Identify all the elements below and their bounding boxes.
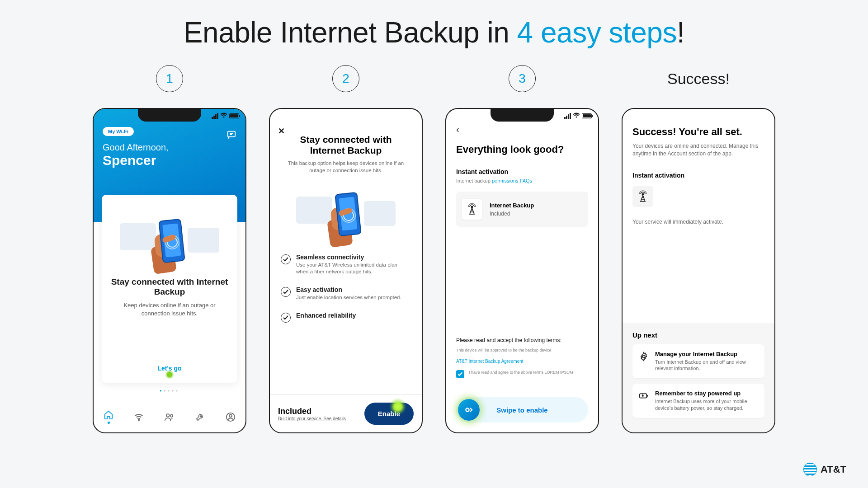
tab-people[interactable] xyxy=(164,412,175,422)
close-button[interactable]: ✕ xyxy=(278,126,285,136)
faq-pre: Internet backup xyxy=(456,178,492,183)
check-icon xyxy=(458,372,463,376)
tab-home[interactable] xyxy=(104,410,113,424)
swipe-knob[interactable] xyxy=(458,399,480,421)
svg-point-2 xyxy=(166,414,169,417)
terms-heading: Please read and accept the following ter… xyxy=(456,337,588,343)
phone-notch xyxy=(491,109,554,122)
terms-body: This device will be approved to be the b… xyxy=(456,348,588,352)
see-details-pre: Built into your service. xyxy=(278,416,324,421)
swipe-to-enable[interactable]: Swipe to enable xyxy=(456,397,588,422)
instant-activation-heading: Instant activation xyxy=(632,172,764,179)
activation-note: Your service will immediately activate. xyxy=(632,219,764,225)
svg-rect-0 xyxy=(228,131,236,137)
up-next-section: Up next Manage your Internet BackupTurn … xyxy=(623,323,774,432)
back-button[interactable]: ‹ xyxy=(456,124,588,135)
screen2-title-line2: Internet Backup xyxy=(279,145,413,156)
screen4-subtitle: Your devices are online and connected. M… xyxy=(632,142,764,158)
instant-activation-heading: Instant activation xyxy=(456,168,588,175)
features-list: Seamless connectivityUse your AT&T Wirel… xyxy=(279,249,413,329)
svg-point-5 xyxy=(229,414,232,417)
promo-card-title: Stay connected with Internet Backup xyxy=(110,277,229,297)
screen2-footer: Included Built into your service. See de… xyxy=(270,394,422,432)
step-3-badge: 3 xyxy=(509,65,536,92)
chat-icon[interactable] xyxy=(226,130,236,141)
headline-accent: 4 easy steps xyxy=(517,16,677,49)
agreement-link[interactable]: AT&T Internet Backup Agreement xyxy=(456,359,588,364)
accept-terms-row[interactable]: I have read and agree to the above terms… xyxy=(456,370,588,378)
headline-pre: Enable Internet Backup in xyxy=(184,16,517,49)
feature-3: Enhanced reliability xyxy=(279,307,413,329)
greeting-text: Good Afternoon, xyxy=(103,142,236,153)
tab-bar xyxy=(94,401,245,432)
backup-box-title: Internet Backup xyxy=(490,202,534,209)
att-globe-icon xyxy=(803,463,817,476)
see-details-link[interactable]: Built into your service. See details xyxy=(278,416,346,421)
svg-point-9 xyxy=(642,355,645,358)
lets-go-link[interactable]: Let's go xyxy=(110,365,229,377)
wifi-tab-icon xyxy=(134,412,144,422)
step-3-column: 3 ‹ Everything look good? Instant activa… xyxy=(445,65,599,433)
svg-point-3 xyxy=(170,414,173,417)
people-icon xyxy=(164,412,175,422)
wifi-icon xyxy=(573,112,580,120)
feature-3-title: Enhanced reliability xyxy=(296,312,356,319)
screen3-title: Everything look good? xyxy=(456,144,588,155)
att-brand: AT&T xyxy=(803,463,846,476)
check-circle-icon xyxy=(281,254,291,264)
steps-row: 1 My Wi-Fi Good Afternoon, Spencer S xyxy=(0,65,868,433)
feature-1: Seamless connectivityUse your AT&T Wirel… xyxy=(279,249,413,282)
step-2-column: 2 ✕ Stay connected with Internet Backup … xyxy=(269,65,423,433)
signal-icon xyxy=(212,113,218,119)
tap-indicator-icon xyxy=(165,370,174,379)
backup-box-sub: Included xyxy=(490,211,534,217)
up-next-heading: Up next xyxy=(632,331,764,339)
feature-1-title: Seamless connectivity xyxy=(296,253,411,261)
promo-card[interactable]: Stay connected with Internet Backup Keep… xyxy=(102,195,237,383)
att-brand-text: AT&T xyxy=(821,464,846,475)
permissions-faqs-link[interactable]: permissions FAQs xyxy=(492,178,532,183)
user-name: Spencer xyxy=(103,153,236,168)
phone-notch xyxy=(138,109,201,122)
success-label: Success! xyxy=(667,65,730,92)
tab-account[interactable] xyxy=(226,412,236,422)
included-label: Included xyxy=(278,407,346,416)
screen4-title: Success! You're all set. xyxy=(632,126,764,138)
my-wifi-pill[interactable]: My Wi-Fi xyxy=(103,127,134,136)
see-details-link-text: See details xyxy=(324,416,346,421)
tap-indicator-icon xyxy=(389,398,406,415)
terms-section: Please read and accept the following ter… xyxy=(456,337,588,378)
tab-tools[interactable] xyxy=(195,412,205,422)
phone-screen-1: My Wi-Fi Good Afternoon, Spencer Stay co… xyxy=(93,108,246,433)
enable-button[interactable]: Enable xyxy=(364,403,414,425)
status-bar xyxy=(564,112,592,120)
svg-point-1 xyxy=(138,419,140,421)
swipe-label: Swipe to enable xyxy=(496,406,547,414)
power-reminder-card[interactable]: Remember to stay powered upInternet Back… xyxy=(632,384,764,418)
step-2-badge: 2 xyxy=(332,65,359,92)
feature-2: Easy activationJust enable location serv… xyxy=(279,282,413,307)
feature-2-title: Easy activation xyxy=(296,286,401,293)
check-circle-icon xyxy=(281,313,291,323)
step-1-column: 1 My Wi-Fi Good Afternoon, Spencer S xyxy=(93,65,246,433)
phone-screen-3: ‹ Everything look good? Instant activati… xyxy=(445,108,599,433)
faq-line: Internet backup permissions FAQs xyxy=(456,178,588,183)
accept-terms-text: I have read and agree to the above terms… xyxy=(469,370,573,375)
tower-icon-container xyxy=(632,186,764,207)
carousel-dots[interactable]: ●●●●● xyxy=(94,389,245,393)
manage-card-body: Turn Internet Backup on and off and view… xyxy=(655,359,758,372)
gear-icon xyxy=(639,352,650,372)
hand-phone-illustration xyxy=(110,203,229,275)
step-1-badge: 1 xyxy=(156,65,183,92)
wrench-icon xyxy=(195,412,205,422)
backup-summary-box: Internet Backup Included xyxy=(456,192,588,227)
phone-screen-2: ✕ Stay connected with Internet Backup Th… xyxy=(269,108,423,433)
screen2-title-line1: Stay connected with xyxy=(279,134,413,145)
wifi-icon xyxy=(220,112,227,120)
step-success-column: Success! Success! You're all set. Your d… xyxy=(622,65,775,433)
tab-wifi[interactable] xyxy=(134,412,144,422)
manage-backup-card[interactable]: Manage your Internet BackupTurn Internet… xyxy=(632,344,764,379)
tap-indicator-icon xyxy=(458,399,480,421)
accept-checkbox[interactable] xyxy=(456,370,464,378)
phone-screen-4: Success! You're all set. Your devices ar… xyxy=(622,108,775,433)
